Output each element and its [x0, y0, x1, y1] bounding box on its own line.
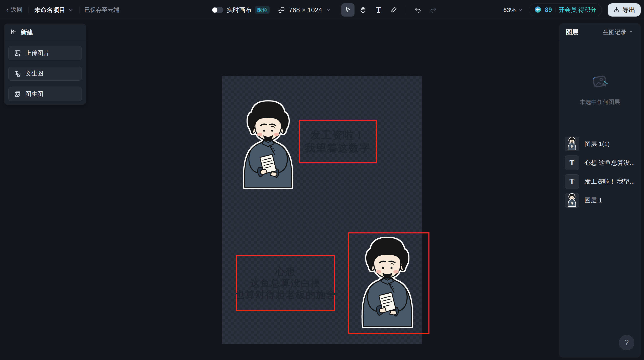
- text-line: 也算对得起老板的施舍: [235, 289, 336, 300]
- select-tool-button[interactable]: [341, 3, 354, 17]
- divider: [338, 7, 339, 14]
- chevron-down-icon: [518, 7, 523, 13]
- text-to-image-label: 文生图: [26, 70, 43, 78]
- undo-button[interactable]: [411, 3, 424, 17]
- layer-label: 发工资啦！ 我望...: [584, 177, 635, 186]
- character-sticker-bottom[interactable]: [361, 236, 413, 327]
- text-layer-icon: T: [565, 155, 579, 170]
- credits-count: 89: [545, 6, 552, 14]
- text-line: 我望着这数字: [305, 141, 371, 154]
- layer-label: 心想 这鱼总算没...: [584, 159, 635, 167]
- redo-button[interactable]: [426, 3, 440, 17]
- resize-canvas-icon: [278, 6, 285, 14]
- image-to-image-label: 图生图: [26, 90, 43, 98]
- brush-tool-button[interactable]: [387, 3, 400, 17]
- generation-history-toggle[interactable]: 生图记录: [603, 28, 634, 36]
- image-to-image-icon: [14, 90, 21, 98]
- layers-title: 图层: [566, 28, 578, 36]
- generation-history-label: 生图记录: [603, 28, 626, 36]
- layer-row-text-salary[interactable]: T 发工资啦！ 我望...: [565, 174, 636, 189]
- upload-image-icon: [14, 49, 21, 57]
- chevron-down-icon: [326, 7, 331, 13]
- help-button[interactable]: ?: [619, 335, 634, 350]
- text-layer-icon: T: [565, 174, 579, 189]
- layer-thumbnail: [565, 193, 579, 208]
- chevron-down-icon: [68, 7, 74, 13]
- canvas-size-selector[interactable]: 768 × 1024: [278, 0, 331, 20]
- collapse-back-icon[interactable]: [10, 28, 17, 36]
- upload-image-button[interactable]: 上传图片: [8, 46, 82, 60]
- empty-state-text: 未选中任何图层: [580, 98, 620, 106]
- project-name: 未命名项目: [34, 6, 65, 14]
- download-icon: [613, 7, 620, 14]
- text-to-image-icon: [14, 70, 21, 77]
- divider: [268, 7, 269, 14]
- layer-row-image-1[interactable]: 图层 1: [565, 193, 636, 208]
- save-status: 已保存至云端: [84, 6, 119, 14]
- layer-row-text-thought[interactable]: T 心想 这鱼总算没...: [565, 155, 636, 170]
- image-layer-selection[interactable]: [348, 232, 430, 334]
- divider: [555, 7, 556, 13]
- text-line: 发工资啦！: [310, 129, 365, 141]
- export-button[interactable]: 导出: [608, 3, 641, 17]
- artboard[interactable]: 发工资啦！ 我望着这数字 心想 这鱼总算没白摸 也算对得起老板的施舍: [222, 76, 422, 344]
- membership-label: 开会员 得积分: [559, 6, 596, 14]
- back-label: 返回: [10, 6, 22, 14]
- upload-image-label: 上传图片: [26, 49, 49, 57]
- chevron-left-icon: ‹: [6, 6, 8, 13]
- chevron-up-icon: [628, 29, 634, 36]
- zoom-level-selector[interactable]: 63%: [503, 7, 523, 14]
- export-label: 导出: [622, 6, 635, 14]
- credits-star-icon: [534, 6, 542, 14]
- layer-label: 图层 1: [584, 196, 602, 205]
- zoom-level-value: 63%: [503, 7, 516, 14]
- no-selection-empty-state: 未选中任何图层: [559, 41, 641, 136]
- hand-tool-button[interactable]: [356, 3, 370, 17]
- layer-label: 图层 1(1): [584, 140, 610, 148]
- membership-credits-pill[interactable]: 89 开会员 得积分: [529, 4, 602, 16]
- help-label: ?: [624, 338, 629, 347]
- layer-row-image-1-1[interactable]: 图层 1(1): [565, 137, 636, 151]
- text-to-image-button[interactable]: 文生图: [8, 67, 82, 81]
- back-button[interactable]: ‹ 返回: [6, 6, 22, 14]
- text-layer-thought[interactable]: 心想 这鱼总算没白摸 也算对得起老板的施舍: [236, 255, 335, 311]
- canvas-size-value: 768 × 1024: [289, 6, 322, 14]
- layers-panel: 图层 生图记录 未选中任何图层 图层 1(1): [559, 23, 641, 357]
- character-sticker-top[interactable]: [243, 100, 294, 188]
- empty-image-icon: [590, 71, 610, 91]
- divider: [79, 7, 80, 14]
- create-panel: 新建 上传图片 文生图: [4, 24, 86, 105]
- text-tool-icon: T: [376, 6, 381, 14]
- text-tool-button[interactable]: T: [372, 3, 385, 17]
- project-name-selector[interactable]: 未命名项目: [34, 6, 74, 14]
- image-to-image-button[interactable]: 图生图: [8, 87, 82, 101]
- text-line: 心想: [276, 266, 296, 277]
- layer-list: 图层 1(1) T 心想 这鱼总算没... T 发工资啦！ 我望... 图层 1: [565, 137, 636, 208]
- canvas-workspace[interactable]: 发工资啦！ 我望着这数字 心想 这鱼总算没白摸 也算对得起老板的施舍: [0, 20, 644, 360]
- divider: [28, 7, 28, 14]
- layer-thumbnail: [565, 137, 579, 151]
- text-line: 这鱼总算没白摸: [250, 277, 321, 289]
- limited-free-badge: 限免: [255, 6, 270, 14]
- panel-title: 新建: [21, 28, 33, 37]
- live-canvas-label: 实时画布: [227, 6, 252, 14]
- live-canvas-toggle[interactable]: [212, 7, 224, 13]
- text-layer-salary[interactable]: 发工资啦！ 我望着这数字: [299, 120, 376, 163]
- divider: [406, 7, 406, 14]
- topbar: ‹ 返回 未命名项目 已保存至云端 实时画布 限免 768 × 1024: [0, 0, 644, 20]
